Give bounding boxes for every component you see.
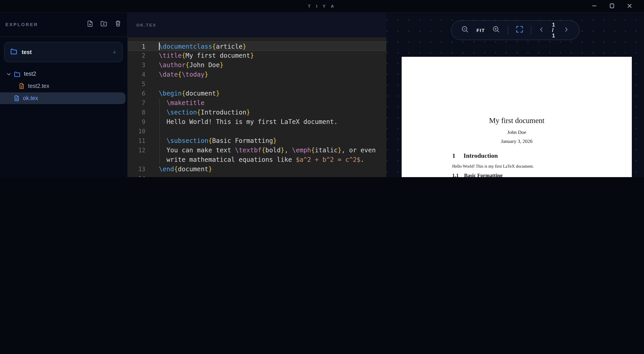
code-text: \author{John Doe} bbox=[159, 60, 224, 70]
chevron-right-icon bbox=[564, 26, 569, 34]
explorer-actions bbox=[86, 21, 122, 28]
app-window: T I Y A EXPLORER bbox=[0, 0, 644, 177]
code-text: \title{My first document} bbox=[159, 51, 254, 60]
toolbar-divider bbox=[508, 26, 508, 35]
code-text: \date{\today} bbox=[159, 70, 208, 79]
tree-item-label: ok.tex bbox=[23, 95, 38, 101]
minimize-button[interactable] bbox=[592, 3, 597, 9]
file-tree: test2test2.texok.tex bbox=[0, 68, 127, 105]
pdf-section-title: Introduction bbox=[464, 152, 498, 159]
code-line-4[interactable]: 4\date{\today} bbox=[128, 70, 386, 79]
sidebar: EXPLORER test + test2te bbox=[0, 13, 128, 177]
text-cursor bbox=[159, 42, 160, 50]
code-line-12[interactable]: 12 You can make text \textbf{bold}, \emp… bbox=[128, 146, 386, 155]
pdf-subsection-heading: 1.1Basic Formatting bbox=[452, 173, 502, 177]
code-rows: 1\documentclass{article}2\title{My first… bbox=[128, 41, 386, 177]
line-number: 8 bbox=[128, 108, 152, 117]
code-line-11[interactable]: 11 \subsection{Basic Formatting} bbox=[128, 136, 386, 146]
zoom-in-button[interactable] bbox=[492, 25, 500, 35]
code-line-2[interactable]: 2\title{My first document} bbox=[128, 51, 386, 60]
code-text: \subsection{Basic Formatting} bbox=[159, 136, 277, 146]
explorer-title: EXPLORER bbox=[6, 22, 38, 27]
folder-icon bbox=[14, 71, 20, 77]
workspace-name: test bbox=[22, 49, 32, 55]
new-folder-icon bbox=[100, 20, 108, 29]
maximize-icon bbox=[609, 2, 615, 10]
toolbar-divider bbox=[531, 26, 531, 35]
code-line-13[interactable]: 13\end{document} bbox=[128, 165, 386, 174]
pdf-doc-date: January 3, 2026 bbox=[402, 138, 632, 144]
file-icon bbox=[19, 83, 24, 89]
line-number: 12 bbox=[128, 146, 152, 155]
pdf-page: My first document John Doe January 3, 20… bbox=[402, 57, 632, 177]
line-number: 13 bbox=[128, 165, 152, 174]
zoom-in-icon bbox=[492, 25, 500, 35]
line-number: 6 bbox=[128, 89, 152, 98]
code-line-9[interactable]: 9 Hello World! This is my first LaTeX do… bbox=[128, 117, 386, 127]
window-controls bbox=[592, 3, 644, 9]
workspace-card[interactable]: test + bbox=[4, 42, 123, 62]
indent-guide bbox=[159, 98, 160, 165]
pdf-paragraph: Hello World! This is my first LaTeX docu… bbox=[452, 164, 584, 169]
tree-item-label: test2.tex bbox=[28, 83, 50, 89]
tree-item-test2-tex[interactable]: test2.tex bbox=[0, 80, 127, 92]
code-editor[interactable]: 1\documentclass{article}2\title{My first… bbox=[128, 37, 386, 177]
zoom-out-icon bbox=[461, 25, 469, 35]
code-text: \maketitle bbox=[159, 98, 204, 108]
maximize-button[interactable] bbox=[609, 3, 615, 9]
code-line-1[interactable]: 1\documentclass{article} bbox=[128, 41, 386, 51]
new-folder-button[interactable] bbox=[100, 21, 108, 28]
code-line-7[interactable]: 7 \maketitle bbox=[128, 98, 386, 108]
zoom-out-button[interactable] bbox=[461, 25, 469, 35]
fullscreen-icon bbox=[516, 26, 523, 35]
tree-item-test2[interactable]: test2 bbox=[0, 68, 127, 80]
code-line-10[interactable]: 10 bbox=[128, 127, 386, 136]
main-area: EXPLORER test + test2te bbox=[0, 13, 644, 177]
chevron-left-icon bbox=[538, 26, 544, 34]
code-line-14[interactable]: 14 bbox=[128, 174, 386, 177]
pdf-section-number: 1 bbox=[452, 152, 455, 159]
line-number: 11 bbox=[128, 136, 152, 146]
code-line-3[interactable]: 3\author{John Doe} bbox=[128, 60, 386, 70]
code-text: You can make text \textbf{bold}, \emph{i… bbox=[159, 146, 376, 155]
next-page-button[interactable] bbox=[564, 26, 569, 34]
code-line-wrap[interactable]: write mathematical equations like $a^2 +… bbox=[128, 155, 386, 165]
line-number: 1 bbox=[128, 42, 152, 50]
code-text: \documentclass{article} bbox=[159, 42, 246, 51]
code-text: \end{document} bbox=[159, 165, 212, 174]
pdf-doc-title: My first document bbox=[402, 116, 632, 125]
explorer-header: EXPLORER bbox=[0, 13, 127, 37]
tree-item-ok-tex[interactable]: ok.tex bbox=[0, 92, 126, 104]
line-number: 5 bbox=[128, 79, 152, 89]
pdf-subsection-title: Basic Formatting bbox=[464, 173, 503, 177]
line-number bbox=[128, 155, 152, 165]
new-file-button[interactable] bbox=[86, 21, 94, 28]
preview-toolbar: FIT 1 / 1 bbox=[451, 20, 580, 40]
prev-page-button[interactable] bbox=[538, 26, 544, 34]
line-number: 9 bbox=[128, 117, 152, 127]
code-text: write mathematical equations like $a^2 +… bbox=[159, 155, 364, 165]
folder-icon bbox=[10, 48, 17, 56]
code-line-8[interactable]: 8 \section{Introduction} bbox=[128, 108, 386, 117]
line-number: 4 bbox=[128, 70, 152, 79]
tab-ok-tex[interactable]: OK.TEX bbox=[136, 22, 156, 27]
code-text: \section{Introduction} bbox=[159, 108, 250, 117]
editor-pane: OK.TEX 1\documentclass{article}2\title{M… bbox=[128, 13, 386, 177]
line-number: 3 bbox=[128, 60, 152, 70]
chevron-down-icon bbox=[6, 71, 12, 76]
tree-item-label: test2 bbox=[24, 71, 36, 77]
line-number: 2 bbox=[128, 51, 152, 60]
line-number: 7 bbox=[128, 98, 152, 108]
line-number: 10 bbox=[128, 127, 152, 136]
close-icon bbox=[627, 2, 632, 10]
delete-button[interactable] bbox=[114, 21, 122, 28]
fullscreen-button[interactable] bbox=[516, 26, 523, 35]
app-title: T I Y A bbox=[0, 4, 644, 8]
code-line-5[interactable]: 5 bbox=[128, 79, 386, 89]
file-icon bbox=[14, 95, 20, 101]
close-button[interactable] bbox=[627, 3, 632, 9]
fit-button[interactable]: FIT bbox=[476, 27, 485, 33]
pdf-section-heading: 1Introduction bbox=[452, 152, 498, 160]
workspace-add-button[interactable]: + bbox=[112, 48, 116, 56]
code-line-6[interactable]: 6\begin{document} bbox=[128, 89, 386, 98]
